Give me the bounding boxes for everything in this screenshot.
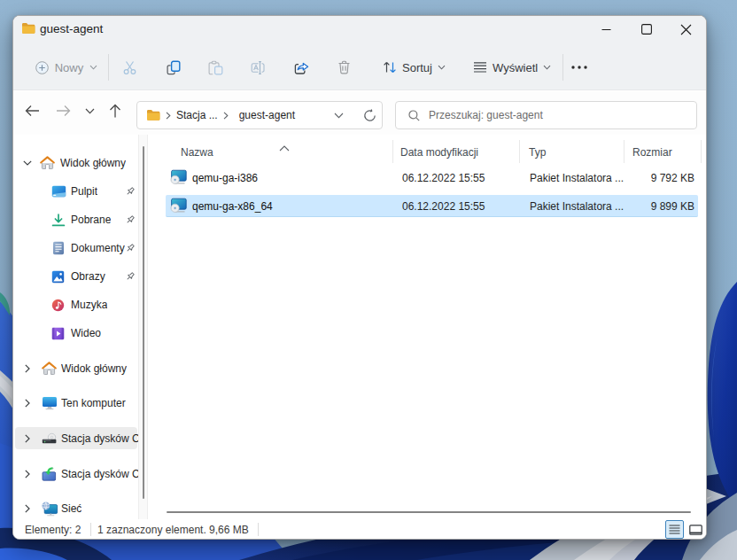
paste-button[interactable] [198,53,232,82]
sidebar-scrollbar-thumb[interactable] [143,146,144,499]
share-button[interactable] [285,53,319,82]
breadcrumb-item-drive[interactable]: Stacja ... [176,109,218,121]
new-button[interactable]: Nowy [27,53,105,82]
search-placeholder: Przeszukaj: guest-agent [429,109,543,121]
close-button[interactable] [666,16,706,43]
chevron-collapsed-icon[interactable] [22,399,33,408]
column-separator[interactable] [392,140,393,163]
back-icon [25,105,40,117]
cut-icon [122,60,137,75]
sidebar-item-label: Ten komputer [61,397,126,409]
status-bar: Elementy: 2 1 zaznaczony element. 9,66 M… [13,519,706,540]
sidebar-item-home[interactable]: Widok główny [15,151,137,175]
details-view-toggle[interactable] [665,520,684,539]
chevron-collapsed-icon[interactable] [22,434,33,443]
thumbnail-view-toggle[interactable] [687,520,705,539]
rename-button[interactable] [241,53,275,82]
sidebar-item-videos[interactable]: Wideo [15,321,137,346]
paste-icon [208,60,223,75]
sidebar-item-music[interactable]: Muzyka [15,292,137,317]
cd-drive-icon [42,432,58,445]
address-bar[interactable]: Stacja ... guest-agent [136,101,383,129]
column-separator[interactable] [701,140,702,163]
music-icon [51,299,65,312]
sort-button-label: Sortuj [402,61,432,74]
back-button[interactable] [18,95,46,127]
sidebar-item-this-pc[interactable]: Ten komputer [15,391,137,416]
minimize-icon [601,25,611,35]
maximize-button[interactable] [626,16,666,43]
sidebar-item-downloads[interactable]: Pobrane [15,207,137,232]
sidebar-item-label: Dokumenty [71,242,125,254]
search-icon [408,110,420,121]
column-separator[interactable] [519,140,520,163]
sidebar-item-documents[interactable]: Dokumenty [15,236,137,261]
view-button-label: Wyświetl [493,61,538,74]
more-icon [571,66,587,69]
share-icon [294,60,310,75]
pin-icon [125,214,136,225]
chevron-down-icon [543,65,551,70]
column-header-type[interactable]: Typ [529,146,546,159]
sidebar-scrollbar[interactable] [138,135,148,519]
sort-button[interactable]: Sortuj [376,53,453,82]
sidebar-item-label: Stacja dysków CD [61,432,141,445]
chevron-collapsed-icon[interactable] [22,504,33,513]
file-date: 06.12.2022 15:55 [402,172,485,184]
delete-button[interactable] [327,53,361,82]
msi-file-icon [170,168,189,190]
toolbar: Nowy [13,50,706,90]
chevron-expanded-icon[interactable] [22,160,33,166]
chevron-collapsed-icon[interactable] [22,364,33,373]
sidebar-item-home-collapsed[interactable]: Widok główny [15,356,137,381]
sidebar-item-label: Widok główny [61,362,127,375]
chevron-down-icon [89,65,97,70]
network-icon [42,502,58,517]
file-row-selected[interactable]: qemu-ga-x86_64 06.12.2022 15:55 Pakiet I… [148,194,707,222]
dvd-drive-icon [42,467,58,481]
sidebar-item-cd-drive-1[interactable]: Stacja dysków CD [15,427,137,449]
column-header-name[interactable]: Nazwa [181,146,213,159]
sidebar-item-label: Pulpit [71,185,97,198]
toolbar-separator [562,54,563,81]
sort-ascending-icon [279,139,290,155]
up-icon [109,104,121,118]
file-size: 9 792 KB [606,172,694,184]
minimize-button[interactable] [586,16,626,43]
cut-button[interactable] [112,53,146,82]
refresh-icon[interactable] [363,109,376,122]
column-header-size[interactable]: Rozmiar [632,146,672,159]
chevron-collapsed-icon[interactable] [22,470,33,478]
view-button[interactable]: Wyświetl [466,53,558,82]
recent-locations-button[interactable] [75,95,104,127]
sidebar-item-cd-drive-2[interactable]: Stacja dysków CD [15,462,137,486]
horizontal-scrollbar-thumb[interactable] [167,511,691,513]
pin-icon [125,186,136,197]
copy-icon [167,60,181,75]
sidebar-item-pictures[interactable]: Obrazy [15,264,137,289]
column-separator[interactable] [624,140,625,163]
sidebar-item-network[interactable]: Sieć [15,496,137,521]
file-list: Nazwa Data modyfikacji Typ Rozmiar [148,135,707,519]
file-name: qemu-ga-i386 [192,172,258,184]
up-button[interactable] [101,95,129,127]
folder-icon [146,109,160,121]
videos-icon [51,327,65,340]
column-header-date[interactable]: Data modyfikacji [400,146,478,159]
breadcrumb-item-current[interactable]: guest-agent [239,109,295,121]
desktop-icon [51,185,66,198]
search-box[interactable]: Przeszukaj: guest-agent [395,101,697,129]
breadcrumb-chevron-icon [223,112,229,120]
address-dropdown-icon[interactable] [334,113,344,119]
sidebar-item-desktop[interactable]: Pulpit [15,179,137,204]
rename-icon [251,60,266,75]
copy-button[interactable] [157,53,190,82]
file-row[interactable]: qemu-ga-i386 06.12.2022 15:55 Pakiet Ins… [148,166,707,193]
items-count: Elementy: 2 [25,524,81,536]
forward-button[interactable] [49,95,77,127]
view-icon [473,61,487,74]
more-button[interactable] [566,53,593,82]
file-date: 06.12.2022 15:55 [402,200,485,213]
pictures-icon [51,270,65,284]
sidebar-item-label: Obrazy [71,270,105,283]
